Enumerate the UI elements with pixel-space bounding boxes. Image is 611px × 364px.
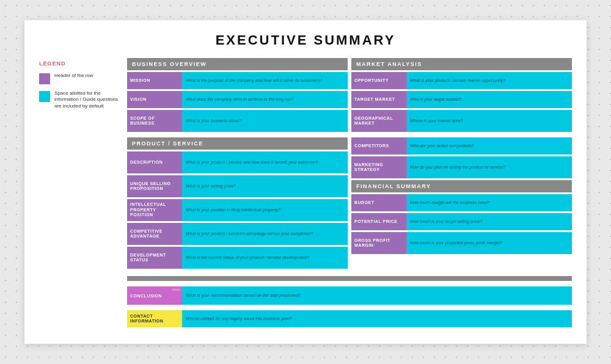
target-market-row: TARGET MARKET Who is your target market? [351, 91, 572, 108]
geo-market-label: GEOGRAPHICAL MARKET [351, 110, 406, 132]
opportunity-row: OPPORTUNITY What is your product / servi… [351, 72, 572, 89]
dev-status-content: What is the current status of your produ… [182, 247, 348, 269]
right-column: COMPETITORS Who are your active competit… [351, 137, 572, 271]
conclusion-content: What is your recommendation based on the… [182, 286, 572, 305]
page-title: EXECUTIVE SUMMARY [39, 32, 572, 48]
target-market-content: Who is your target market? [406, 91, 572, 108]
vision-row: VISION What does the company aims to ach… [127, 91, 348, 108]
gross-profit-row: GROSS PROFIT MARGIN How much is your pro… [351, 232, 572, 254]
scope-row: SCOPE OF BUSINESS What is your business … [127, 110, 348, 132]
separator-bar [127, 276, 572, 281]
ip-content: What is your position in filing intellec… [182, 199, 348, 221]
competitors-label: COMPETITORS [351, 137, 406, 155]
description-label: DESCRIPTION [127, 151, 182, 173]
conclusion-note: latter [172, 288, 181, 291]
vision-label: VISION [127, 91, 182, 108]
geo-market-content: Where is your market area? [406, 110, 572, 132]
geo-market-row: GEOGRAPHICAL MARKET Where is your market… [351, 110, 572, 132]
legend-panel: LEGEND Header of the row Space allotted … [39, 58, 119, 329]
potential-price-content: How much is your target selling price? [406, 213, 572, 230]
marketing-strategy-content: How do you plan on selling the product o… [406, 156, 572, 178]
content-area: BUSINESS OVERVIEW MISSION What is the pu… [127, 58, 572, 329]
contact-label: CONTACT INFORMATION [127, 310, 182, 327]
conclusion-label: CONCLUSION latter [127, 286, 182, 305]
page-container: EXECUTIVE SUMMARY LEGEND Header of the r… [24, 20, 587, 344]
description-content: What is your product / service and how d… [182, 151, 348, 173]
product-service-section: PRODUCT / SERVICE DESCRIPTION What is yo… [127, 137, 348, 271]
main-layout: LEGEND Header of the row Space allotted … [39, 58, 572, 329]
contact-content: Who to contact for any inquiry about thi… [182, 310, 572, 327]
legend-text-cyan: Space allotted for the information / Gui… [54, 90, 119, 109]
usp-label: UNIQUE SELLING PROPOSITION [127, 175, 182, 197]
competitive-advantage-label: COMPETITIVE ADVANTAGE [127, 223, 182, 245]
ip-label: INTELLECTUAL PROPERTY POSITION [127, 199, 182, 221]
mission-content: What is the purpose of the company and h… [182, 72, 348, 89]
opportunity-label: OPPORTUNITY [351, 72, 406, 89]
conclusion-row: CONCLUSION latter What is your recommend… [127, 286, 572, 305]
business-overview-header: BUSINESS OVERVIEW [127, 58, 348, 70]
middle-two-col: PRODUCT / SERVICE DESCRIPTION What is yo… [127, 137, 572, 271]
market-analysis-header: MARKET ANALYSIS [351, 58, 572, 70]
top-two-col: BUSINESS OVERVIEW MISSION What is the pu… [127, 58, 572, 134]
scope-content: What is your business about? [182, 110, 348, 132]
marketing-strategy-row: MARKETING STRATEGY How do you plan on se… [351, 156, 572, 178]
description-row: DESCRIPTION What is your product / servi… [127, 151, 348, 173]
mission-label: MISSION [127, 72, 182, 89]
dev-status-label: DEVELOPMENT STATUS [127, 247, 182, 269]
competitors-row: COMPETITORS Who are your active competit… [351, 137, 572, 155]
legend-title: LEGEND [39, 60, 119, 67]
usp-content: What is your selling point? [182, 175, 348, 197]
product-service-header: PRODUCT / SERVICE [127, 137, 348, 150]
business-overview-section: BUSINESS OVERVIEW MISSION What is the pu… [127, 58, 348, 134]
potential-price-row: POTENTIAL PRICE How much is your target … [351, 213, 572, 230]
ip-row: INTELLECTUAL PROPERTY POSITION What is y… [127, 199, 348, 221]
legend-item-cyan: Space allotted for the information / Gui… [39, 90, 119, 109]
dev-status-row: DEVELOPMENT STATUS What is the current s… [127, 247, 348, 269]
scope-label: SCOPE OF BUSINESS [127, 110, 182, 132]
financial-summary-header: FINANCIAL SUMMARY [351, 180, 572, 192]
legend-swatch-purple [39, 73, 50, 84]
competitive-advantage-content: What is your product / service's advanta… [182, 223, 348, 245]
potential-price-label: POTENTIAL PRICE [351, 213, 406, 230]
market-analysis-section: MARKET ANALYSIS OPPORTUNITY What is your… [351, 58, 572, 134]
competitive-advantage-row: COMPETITIVE ADVANTAGE What is your produ… [127, 223, 348, 245]
marketing-strategy-label: MARKETING STRATEGY [351, 156, 406, 178]
target-market-label: TARGET MARKET [351, 91, 406, 108]
opportunity-content: What is your product / service market op… [406, 72, 572, 89]
vision-content: What does the company aims to achieve in… [182, 91, 348, 108]
usp-row: UNIQUE SELLING PROPOSITION What is your … [127, 175, 348, 197]
legend-item-purple: Header of the row [39, 73, 119, 84]
budget-label: BUDGET [351, 194, 406, 211]
contact-row: CONTACT INFORMATION Who to contact for a… [127, 310, 572, 327]
mission-row: MISSION What is the purpose of the compa… [127, 72, 348, 89]
competitors-content: Who are your active competitors? [406, 137, 572, 155]
budget-content: How much budget will the business need? [406, 194, 572, 211]
legend-text-purple: Header of the row [54, 73, 93, 79]
legend-swatch-cyan [39, 91, 50, 102]
gross-profit-label: GROSS PROFIT MARGIN [351, 232, 406, 254]
gross-profit-content: How much is your projected gross profit … [406, 232, 572, 254]
budget-row: BUDGET How much budget will the business… [351, 194, 572, 211]
